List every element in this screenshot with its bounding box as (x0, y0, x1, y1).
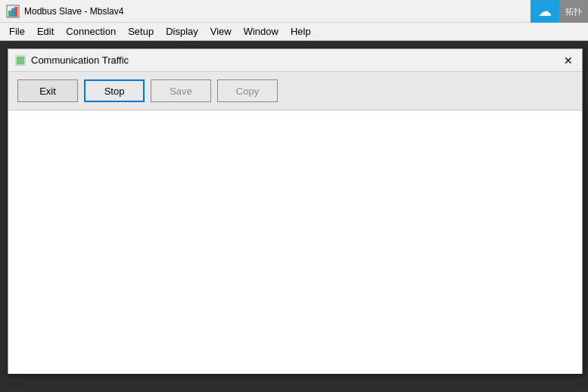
save-button[interactable]: Save (151, 79, 211, 102)
app-icon (6, 5, 20, 18)
app-title-bar: Modbus Slave - Mbslav4 ☁ 拓扑 (0, 0, 588, 23)
dialog-title-bar: Communication Traffic ✕ (8, 49, 582, 72)
dialog-icon (14, 54, 26, 67)
dialog-content (8, 110, 582, 374)
dialog-title: Communication Traffic (31, 54, 561, 66)
menu-file[interactable]: File (3, 24, 31, 39)
menu-window[interactable]: Window (238, 24, 285, 39)
text-badge[interactable]: 拓扑 (559, 0, 588, 23)
svg-rect-3 (14, 7, 17, 17)
menu-display[interactable]: Display (160, 24, 204, 39)
svg-rect-1 (8, 11, 11, 17)
menu-bar: File Edit Connection Setup Display View … (0, 23, 588, 41)
copy-button[interactable]: Copy (217, 79, 278, 102)
dialog-toolbar: Exit Stop Save Copy (8, 72, 582, 110)
menu-edit[interactable]: Edit (31, 24, 60, 39)
menu-help[interactable]: Help (285, 24, 317, 39)
stop-button[interactable]: Stop (84, 79, 145, 102)
dialog-close-button[interactable]: ✕ (561, 53, 576, 68)
main-area: Communication Traffic ✕ Exit Stop Save C… (0, 41, 588, 392)
badge-label: 拓扑 (565, 6, 582, 17)
cloud-badge[interactable]: ☁ (530, 0, 559, 23)
svg-rect-2 (11, 8, 14, 17)
app-title: Modbus Slave - Mbslav4 (24, 6, 123, 17)
svg-rect-4 (15, 55, 26, 66)
menu-view[interactable]: View (204, 24, 238, 39)
communication-traffic-dialog: Communication Traffic ✕ Exit Stop Save C… (8, 48, 583, 374)
exit-button[interactable]: Exit (17, 79, 78, 102)
cloud-icon: ☁ (538, 3, 552, 20)
menu-setup[interactable]: Setup (122, 24, 160, 39)
badge-area: ☁ 拓扑 (530, 0, 588, 23)
menu-connection[interactable]: Connection (60, 24, 122, 39)
